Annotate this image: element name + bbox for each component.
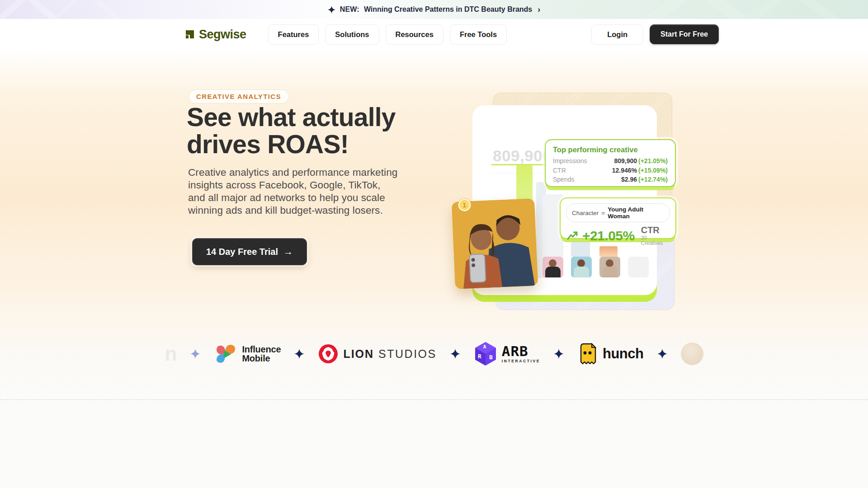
logo-hunch: hunch [577,342,644,366]
influence-mobile-icon [214,342,237,366]
arb-cube-icon: A R B [474,341,497,366]
sparkle-separator-icon [554,349,564,359]
brand-logo[interactable]: Segwise [184,28,246,42]
nav-actions: Login Start For Free [591,24,719,45]
ctr-label-block: CTR 20 Creatives [641,225,670,246]
hero-section: CREATIVE ANALYTICS See what actually dri… [0,50,868,400]
creative-thumbnail-3[interactable] [599,257,620,277]
lion-studios-label: LION STUDIOS [343,347,436,361]
chevron-right-icon: › [538,5,540,14]
metric-row-impressions: Impressions 809,900 (+21.05%) [553,157,668,164]
svg-text:R: R [478,353,481,360]
hunch-bag-icon [577,342,598,366]
creative-photo-card [452,198,538,289]
nav-item-free-tools[interactable]: Free Tools [450,24,507,45]
chart-impressions-value: 809,900 [493,147,552,165]
top-performing-card: Top performing creative Impressions 809,… [545,139,676,187]
hero-description: Creative analytics and performance marke… [188,166,397,217]
svg-text:A: A [483,344,486,350]
start-for-free-button[interactable]: Start For Free [650,24,719,44]
arb-interactive-label: ARB INTERACTIVE [502,344,540,363]
banner-left-decoration [0,0,181,19]
logo-arb-interactive: A R B ARB INTERACTIVE [474,341,540,366]
nav-item-resources[interactable]: Resources [386,24,443,45]
banner-badge: NEW: [340,5,359,14]
character-filter-pill: Character = Young Adult Woman [566,203,670,222]
creative-thumbnail-2[interactable] [571,257,592,277]
hero-title: See what actually drives ROAS! [187,103,396,158]
arrow-right-icon: → [283,246,293,257]
trend-up-icon [567,231,579,241]
logo-influence-mobile: Influence Mobile [214,342,281,366]
lion-studios-icon [318,343,339,364]
metric-row-ctr: CTR 12.946% (+15.09%) [553,167,668,174]
section-divider [0,399,868,400]
svg-text:B: B [489,354,493,361]
hero-illustration: 809,900 [452,90,683,319]
couple-selfie-image [452,198,538,289]
segwise-logo-icon [184,29,195,40]
nav-menu: Features Solutions Resources Free Tools [268,24,507,45]
eyebrow-badge: CREATIVE ANALYTICS [189,89,289,103]
hunch-label: hunch [603,346,644,362]
creative-thumbnail-1[interactable] [542,257,563,277]
sparkle-separator-icon [657,349,667,359]
ctr-lift-value: +21.05% [582,228,635,244]
customer-logos-carousel: n Influence Mobile [0,341,868,366]
top-card-title: Top performing creative [553,145,668,154]
banner-right-decoration [615,0,868,19]
announcement-banner[interactable]: NEW: Winning Creative Patterns in DTC Be… [0,0,868,19]
rank-badge: 1 [458,199,471,211]
navbar: Segwise Features Solutions Resources Fre… [0,19,868,50]
nav-item-solutions[interactable]: Solutions [325,24,379,45]
logo-partial-right [681,343,703,365]
character-metric: +21.05% CTR 20 Creatives [566,225,670,246]
influence-mobile-label: Influence Mobile [242,345,281,363]
sparkle-separator-icon [294,349,304,359]
nav-item-features[interactable]: Features [268,24,319,45]
next-section-background [0,400,868,488]
brand-name: Segwise [199,28,246,42]
login-button[interactable]: Login [591,24,643,45]
logo-lion-studios: LION STUDIOS [318,343,436,364]
chart-bar-orange [599,246,618,257]
sparkle-separator-icon [190,349,200,359]
free-trial-label: 14 Day Free Trial [206,247,278,257]
free-trial-button[interactable]: 14 Day Free Trial → [192,238,307,265]
sparkle-separator-icon [450,349,460,359]
metric-row-spends: Spends $2.96 (+12.74%) [553,176,668,183]
logo-partial-left: n [165,343,177,365]
banner-text: Winning Creative Patterns in DTC Beauty … [364,5,532,14]
creative-thumbnail-empty [628,257,649,277]
sparkle-icon [328,6,335,14]
character-insight-card: Character = Young Adult Woman +21.05% CT… [560,197,676,239]
